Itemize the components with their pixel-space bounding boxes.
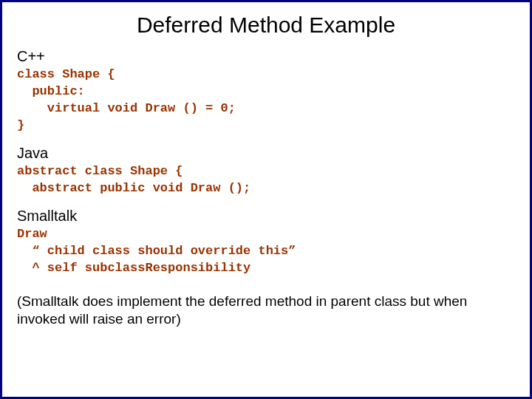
footnote: (Smalltalk does implement the deferred m… bbox=[17, 293, 515, 328]
lang-label-cpp: C++ bbox=[17, 48, 515, 65]
lang-label-java: Java bbox=[17, 145, 515, 162]
slide-frame: Deferred Method Example C++ class Shape … bbox=[0, 0, 532, 399]
lang-label-smalltalk: Smalltalk bbox=[17, 208, 515, 225]
slide-title: Deferred Method Example bbox=[17, 13, 515, 38]
code-block-smalltalk: Draw “ child class should override this”… bbox=[17, 226, 515, 277]
code-block-cpp: class Shape { public: virtual void Draw … bbox=[17, 66, 515, 134]
code-block-java: abstract class Shape { abstract public v… bbox=[17, 163, 515, 197]
